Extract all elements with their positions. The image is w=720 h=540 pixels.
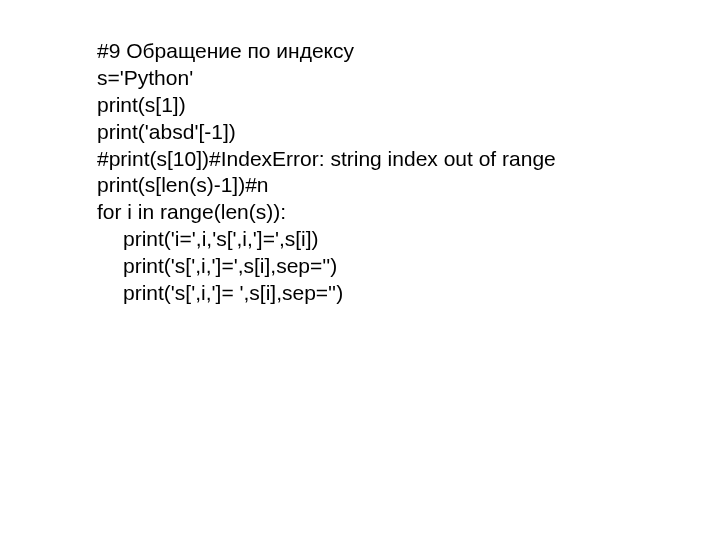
code-line-7: for i in range(len(s)):: [97, 199, 720, 226]
code-line-1: #9 Обращение по индексу: [97, 38, 720, 65]
code-line-3: print(s[1]): [97, 92, 720, 119]
code-line-4: print('absd'[-1]): [97, 119, 720, 146]
code-line-9: print('s[',i,']=',s[i],sep=''): [97, 253, 720, 280]
code-line-5: #print(s[10])#IndexError: string index o…: [97, 146, 720, 173]
code-line-6: print(s[len(s)-1])#n: [97, 172, 720, 199]
code-line-8: print('i=',i,'s[',i,']=',s[i]): [97, 226, 720, 253]
code-slide: #9 Обращение по индексу s='Python' print…: [0, 0, 720, 307]
code-line-10: print('s[',i,']= ',s[i],sep=''): [97, 280, 720, 307]
code-line-2: s='Python': [97, 65, 720, 92]
